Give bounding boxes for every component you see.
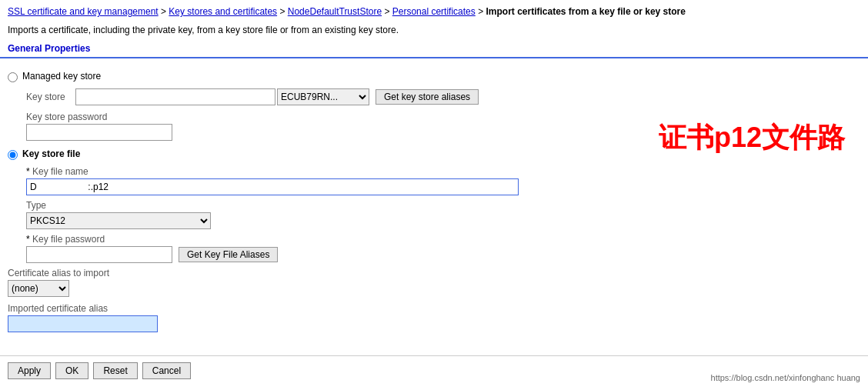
keystore-file-label: Key store file bbox=[22, 148, 80, 159]
breadcrumb-personal[interactable]: Personal certificates bbox=[392, 6, 476, 17]
keystore-input-row: Key store ECUB79RN... Get key store alia… bbox=[26, 88, 860, 105]
keystore-password-input[interactable] bbox=[26, 124, 172, 141]
cert-alias-label: Certificate alias to import bbox=[8, 268, 860, 278]
get-keystore-aliases-button[interactable]: Get key store aliases bbox=[376, 89, 479, 105]
ok-button[interactable]: OK bbox=[55, 362, 88, 379]
cert-alias-group: Certificate alias to import (none) bbox=[8, 268, 860, 297]
keyfile-password-group: Key file password Get Key File Aliases bbox=[26, 234, 860, 263]
keystore-field-label: Key store bbox=[26, 92, 72, 102]
breadcrumb-current: Import certificates from a key file or k… bbox=[486, 6, 685, 17]
breadcrumb-nodedefault[interactable]: NodeDefaultTrustStore bbox=[288, 6, 382, 17]
keystore-dropdown[interactable]: ECUB79RN... bbox=[277, 88, 369, 105]
get-keyfile-aliases-button[interactable]: Get Key File Aliases bbox=[179, 247, 278, 262]
managed-keystore-label: Managed key store bbox=[22, 71, 101, 82]
breadcrumb-ssl[interactable]: SSL certificate and key management bbox=[8, 6, 159, 17]
breadcrumb: SSL certificate and key management > Key… bbox=[0, 0, 868, 22]
keystore-password-label: Key store password bbox=[26, 112, 860, 122]
keyfile-name-label: Key file name bbox=[26, 166, 860, 177]
reset-button[interactable]: Reset bbox=[93, 362, 137, 379]
keystore-input-wrapper: ECUB79RN... Get key store aliases bbox=[75, 88, 479, 105]
keyfile-name-group: Key file name bbox=[26, 166, 860, 195]
imported-alias-label: Imported certificate alias bbox=[8, 303, 860, 314]
keystore-text-input[interactable] bbox=[75, 88, 275, 105]
apply-button[interactable]: Apply bbox=[8, 362, 51, 379]
keystore-file-row: Key store file bbox=[8, 148, 860, 160]
imported-alias-input[interactable] bbox=[8, 315, 158, 332]
keyfile-password-label: Key file password bbox=[26, 234, 860, 245]
keystore-file-radio[interactable] bbox=[8, 150, 18, 160]
keyfile-password-input[interactable] bbox=[26, 246, 172, 263]
type-select[interactable]: PKCS12 JKS PKCS11 CMSKS JCEKS bbox=[26, 212, 211, 229]
keyfile-password-row: Get Key File Aliases bbox=[26, 246, 860, 263]
type-group: Type PKCS12 JKS PKCS11 CMSKS JCEKS bbox=[26, 200, 860, 229]
form-area: Managed key store Key store ECUB79RN... … bbox=[0, 65, 868, 345]
cancel-button[interactable]: Cancel bbox=[142, 362, 191, 379]
csdn-attribution: https://blog.csdn.net/xinfonghanc huang bbox=[711, 373, 860, 382]
keystore-password-group: Key store password bbox=[26, 112, 860, 141]
cert-alias-select[interactable]: (none) bbox=[8, 280, 69, 297]
managed-keystore-radio[interactable] bbox=[8, 72, 18, 82]
breadcrumb-keystores[interactable]: Key stores and certificates bbox=[169, 6, 277, 17]
section-header: General Properties bbox=[0, 40, 868, 58]
type-label: Type bbox=[26, 200, 860, 211]
managed-keystore-row: Managed key store bbox=[8, 71, 860, 82]
imported-alias-group: Imported certificate alias bbox=[8, 303, 860, 332]
page-description: Imports a certificate, including the pri… bbox=[0, 22, 868, 40]
keyfile-name-input[interactable] bbox=[26, 178, 519, 195]
